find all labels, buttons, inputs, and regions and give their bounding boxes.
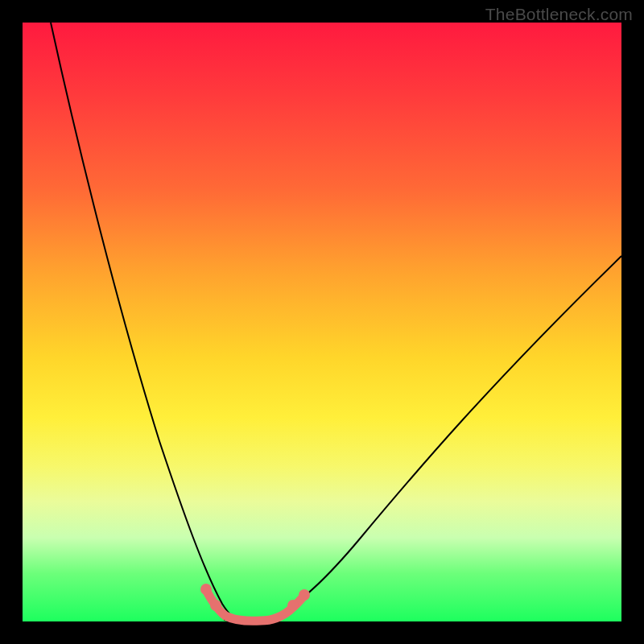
highlight-dot <box>200 584 212 595</box>
highlight-dot <box>287 600 299 611</box>
curve-layer <box>23 23 621 621</box>
left-curve <box>51 23 238 620</box>
highlight-dot <box>210 600 221 611</box>
watermark-text: TheBottleneck.com <box>485 5 633 24</box>
highlight-dot <box>299 589 310 601</box>
right-curve <box>264 256 621 620</box>
plot-area <box>23 23 621 621</box>
chart-frame: TheBottleneck.com <box>0 0 644 644</box>
